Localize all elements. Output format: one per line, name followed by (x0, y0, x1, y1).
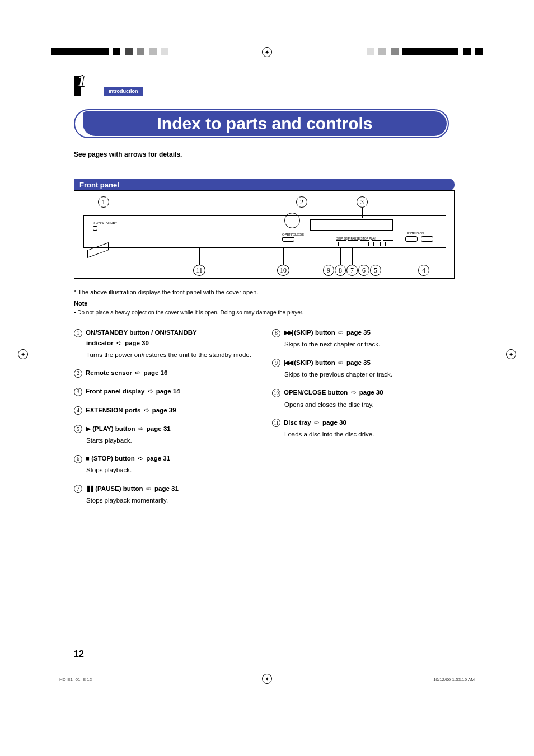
callout-4: 4 (418, 265, 429, 276)
callout-6: 6 (358, 265, 369, 276)
callout-7: 7 (346, 265, 358, 276)
arrow-icon: ➪ (146, 485, 152, 492)
device-outline: I/ ON/STANDBY OPEN/CLOSE SKIP SKIP PAUSE… (83, 215, 446, 248)
list-item: 3Front panel display ➪ page 14 (74, 386, 262, 397)
arrow-icon: ➪ (144, 406, 149, 414)
page-number: 12 (74, 649, 84, 659)
item-desc: Stops playback. (86, 465, 262, 475)
front-panel-diagram: 1 2 3 I/ ON/STANDBY OPEN/CLOSE SKIP SKIP… (74, 190, 455, 279)
parts-list: 1ON/STANDBY button / ON/STANDBY indicato… (74, 327, 460, 513)
arrow-icon: ➪ (138, 425, 144, 433)
registration-icon (262, 47, 272, 57)
page-title: Index to parts and controls (157, 114, 372, 133)
list-item: 7❚❚ (PAUSE) button ➪ page 31 Stops playb… (74, 483, 262, 506)
on-standby-button-icon (93, 226, 97, 231)
note-label: Note (74, 299, 460, 309)
chapter-tab: Chapter 1 Introduction (74, 76, 460, 96)
item-desc: Skips to the previous chapter or track. (284, 369, 460, 379)
item-desc: Starts playback. (86, 435, 262, 445)
list-item: 6■ (STOP) button ➪ page 31 Stops playbac… (74, 453, 262, 476)
arrow-icon: ➪ (148, 387, 153, 395)
footer-right: 10/12/06 1:53:16 AM (433, 677, 475, 682)
item-desc: Skips to the next chapter or track. (284, 339, 460, 349)
diagram-notes: * The above illustration displays the fr… (74, 288, 460, 317)
list-item: 4EXTENSION ports ➪ page 39 (74, 405, 262, 416)
footer-left: HD-E1_01_E 12 (59, 677, 92, 682)
list-item: 8▶▶| (SKIP) button ➪ page 35 Skips to th… (272, 327, 460, 350)
callout-9: 9 (323, 265, 334, 276)
chapter-number: 1 (77, 71, 86, 90)
registration-icon (18, 349, 28, 359)
callout-5: 5 (370, 265, 381, 276)
note-bullet: • Do not place a heavy object on the cov… (74, 308, 460, 317)
arrow-icon: ➪ (338, 328, 344, 336)
tray-button-icon (282, 237, 294, 242)
list-item: 5▶ (PLAY) button ➪ page 31 Starts playba… (74, 424, 262, 446)
arrow-icon: ➪ (351, 388, 357, 396)
item-desc: Opens and closes the disc tray. (284, 400, 460, 410)
item-desc: Loads a disc into the disc drive. (284, 429, 460, 439)
list-item: 10OPEN/CLOSE button ➪ page 30 Opens and … (272, 387, 460, 410)
chapter-section: Introduction (104, 87, 143, 96)
arrow-icon: ➪ (314, 419, 320, 426)
callout-3: 3 (357, 196, 368, 208)
arrow-icon: ➪ (138, 454, 143, 462)
intro-text: See pages with arrows for details. (74, 151, 460, 158)
color-bars-left (51, 48, 168, 58)
chapter-label: Chapter (56, 87, 69, 90)
skip-back-icon: |◀◀ (284, 358, 292, 368)
parts-list-right: 8▶▶| (SKIP) button ➪ page 35 Skips to th… (272, 327, 460, 513)
parts-list-left: 1ON/STANDBY button / ON/STANDBY indicato… (74, 327, 262, 513)
list-item: 9|◀◀ (SKIP) button ➪ page 35 Skips to th… (272, 358, 460, 380)
item-desc: Turns the power on/restores the unit to … (86, 350, 262, 360)
control-strip: SKIP SKIP PAUSE STOP PLAY (336, 236, 395, 246)
list-item: 11Disc tray ➪ page 30 Loads a disc into … (272, 417, 460, 440)
color-bars-right (367, 48, 483, 58)
registration-icon (506, 349, 516, 359)
knob-icon (284, 213, 300, 228)
arrow-icon: ➪ (116, 339, 122, 347)
page-title-banner: Index to parts and controls (74, 109, 449, 138)
page-content: Chapter 1 Introduction Index to parts an… (74, 76, 460, 513)
registration-icon (262, 674, 272, 684)
stop-icon: ■ (86, 453, 90, 463)
caption-text: * The above illustration displays the fr… (74, 288, 460, 298)
callout-8: 8 (335, 265, 346, 276)
front-display-icon (310, 219, 393, 231)
list-item: 2Remote sensor ➪ page 16 (74, 368, 262, 378)
extension-ports-icon: EXTENSION (405, 236, 439, 244)
arrow-icon: ➪ (135, 369, 140, 377)
on-standby-label: I/ ON/STANDBY (93, 221, 118, 224)
callout-2: 2 (296, 196, 307, 208)
skip-fwd-icon: ▶▶| (284, 327, 292, 337)
item-desc: Stops playback momentarily. (86, 495, 262, 505)
callout-11: 11 (193, 265, 205, 276)
section-front-panel: Front panel (74, 179, 455, 191)
callout-10: 10 (277, 265, 289, 276)
callout-1: 1 (98, 196, 109, 208)
list-item: 1ON/STANDBY button / ON/STANDBY indicato… (74, 327, 262, 360)
arrow-icon: ➪ (338, 359, 344, 367)
cover-icon (87, 242, 109, 258)
open-close-label: OPEN/CLOSE (282, 233, 304, 236)
pause-icon: ❚❚ (86, 483, 93, 494)
play-icon: ▶ (86, 424, 91, 434)
